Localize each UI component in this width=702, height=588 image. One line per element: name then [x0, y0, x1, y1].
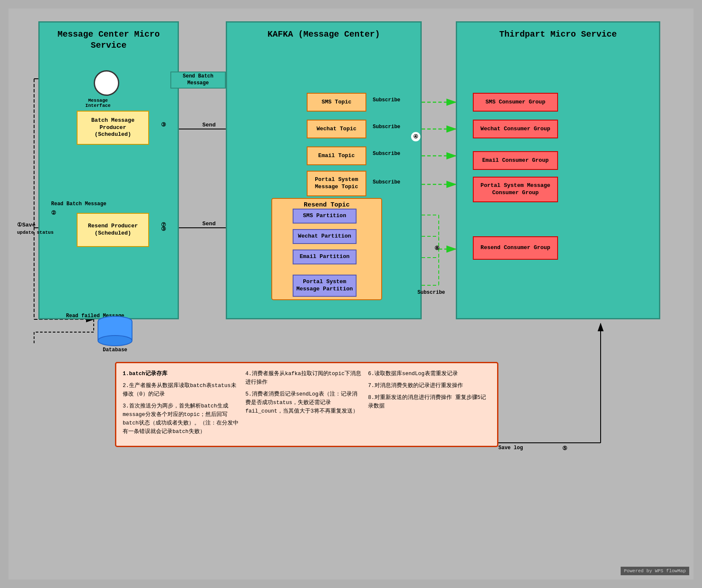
step-4: ④ — [411, 132, 420, 141]
portal-system-message-consumer-group-box: Portal System Message Consumer Group — [473, 177, 558, 202]
step-2: ② — [51, 209, 56, 216]
note-2: 2.生产者服务从数据库读取batch表status未修改（0）的记录 — [123, 381, 239, 399]
email-consumer-group-box: Email Consumer Group — [473, 151, 558, 170]
subscribe-label-3: Subscribe — [373, 151, 400, 157]
subscribe-label-1: Subscribe — [373, 97, 400, 103]
resend-consumer-group-box: Resend Consumer Group — [473, 236, 558, 260]
panel-right-title: Thirdpart Micro Service — [457, 23, 659, 46]
wechat-topic-box: Wechat Topic — [307, 120, 366, 138]
sms-partition-box: SMS Partition — [293, 209, 357, 224]
send-label-1: Send — [202, 122, 216, 128]
note-8: 8.对重新发送的消息进行消费操作 重复步骤5记录数据 — [368, 393, 491, 410]
send-label-2: Send — [202, 221, 216, 227]
step-7: ⑦ — [161, 221, 166, 228]
read-batch-message-label: Read Batch Message — [51, 201, 106, 207]
message-interface-label: Message Interface — [81, 98, 115, 108]
powered-by: Powered by WPS flowMap — [621, 567, 689, 575]
subscribe-label-5: Subscribe — [417, 290, 445, 295]
panel-left-title: Message Center Micro Service — [40, 23, 178, 57]
save-log-label: Save log — [498, 445, 523, 451]
subscribe-label-4: Subscribe — [373, 179, 400, 185]
sms-consumer-group-box: SMS Consumer Group — [473, 93, 558, 112]
wechat-consumer-group-box: Wechat Consumer Group — [473, 120, 558, 138]
sms-topic-box: SMS Topic — [307, 93, 366, 112]
step-3-a: ③ — [161, 121, 166, 128]
email-partition-box: Email Partition — [293, 250, 357, 264]
note-1: 1.batch记录存库 — [123, 370, 239, 378]
portal-system-message-partition-box: Portal System Message Partition — [293, 275, 357, 297]
resend-topic-label: Resend Topic — [274, 201, 379, 209]
update-status-label: update status — [17, 230, 54, 235]
panel-left: Message Center Micro Service — [38, 21, 179, 319]
panel-middle-title: KAFKA (Message Center) — [227, 23, 420, 46]
note-3: 3.首次推送分为两步，首先解析batch生成message分发各个对应的topi… — [123, 402, 239, 436]
database-shape: Database — [94, 315, 136, 353]
note-5: 5.消费者消费后记录sendLog表（注：记录消费是否成功status，失败还需… — [245, 390, 362, 416]
note-7: 7.对消息消费失败的记录进行重发操作 — [368, 381, 491, 390]
wechat-partition-box: Wechat Partition — [293, 229, 357, 244]
panel-right: Thirdpart Micro Service — [456, 21, 660, 319]
step-8: ⑧ — [434, 245, 440, 252]
step-1: ①Save — [17, 221, 35, 228]
send-batch-message-button[interactable]: Send Batch Message — [170, 72, 226, 89]
svg-point-43 — [98, 336, 132, 346]
email-topic-box: Email Topic — [307, 146, 366, 165]
note-4: 4.消费者服务从kafka拉取订阅的topic下消息进行操作 — [245, 370, 362, 387]
portal-system-message-topic-box: Portal System Message Topic — [307, 171, 366, 196]
note-6: 6.读取数据库sendLog表需重发记录 — [368, 370, 491, 378]
batch-message-producer-box: Batch Message Producer (Scheduled) — [77, 111, 149, 145]
notes-box: 1.batch记录存库 2.生产者服务从数据库读取batch表status未修改… — [115, 362, 498, 447]
subscribe-label-2: Subscribe — [373, 124, 400, 130]
resend-producer-box: Resend Producer (Scheduled) — [77, 213, 149, 247]
step-5: ⑤ — [562, 445, 567, 452]
message-interface-circle — [94, 70, 119, 96]
